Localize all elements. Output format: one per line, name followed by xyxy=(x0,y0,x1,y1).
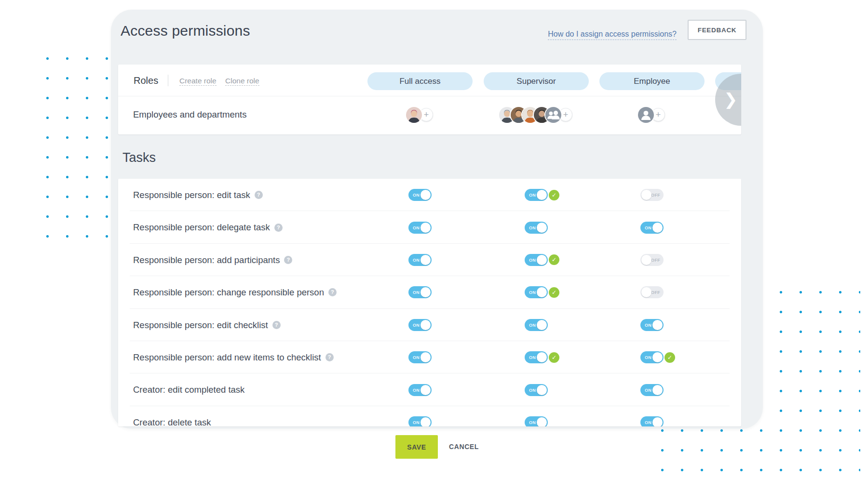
toggle-knob xyxy=(420,320,431,330)
toggle-supervisor[interactable]: ON xyxy=(525,286,548,298)
divider xyxy=(168,75,168,86)
toggle-employee[interactable]: ON xyxy=(640,351,664,363)
toggle-supervisor[interactable]: ON xyxy=(525,319,548,331)
toggle-knob xyxy=(641,190,651,200)
toggle-employee[interactable]: OFF xyxy=(640,254,664,266)
toggle-knob xyxy=(652,385,663,395)
toggle-supervisor[interactable]: ON xyxy=(525,222,548,234)
toggle-full-access[interactable]: ON xyxy=(408,254,432,266)
toggle-knob xyxy=(537,190,547,200)
toggle-state-label: ON xyxy=(413,416,420,426)
decor-dots-left xyxy=(38,49,117,246)
avatar-photo[interactable] xyxy=(406,107,422,123)
toggle-full-access[interactable]: ON xyxy=(408,286,432,298)
task-permission-label: Responsible person: edit task? xyxy=(133,179,263,211)
task-permission-label: Responsible person: add new items to che… xyxy=(133,341,334,373)
toggle-state-label: ON xyxy=(413,319,420,331)
toggle-knob xyxy=(537,223,547,233)
clone-role-link[interactable]: Clone role xyxy=(225,65,259,96)
create-role-link[interactable]: Create role xyxy=(179,65,217,96)
role-column-employee[interactable]: Employee xyxy=(599,72,705,90)
toggle-state-label: ON xyxy=(413,222,420,234)
toggle-supervisor[interactable]: ON xyxy=(525,351,548,363)
toggle-employee[interactable]: OFF xyxy=(640,286,664,298)
employees-row-label: Employees and departments xyxy=(133,96,247,134)
save-button[interactable]: SAVE xyxy=(395,435,438,459)
task-permission-label: Responsible person: change responsible p… xyxy=(133,276,337,308)
toggle-knob xyxy=(537,352,547,362)
toggle-state-label: ON xyxy=(645,384,651,396)
toggle-employee[interactable]: ON xyxy=(640,416,664,426)
tasks-section-heading: Tasks xyxy=(122,150,156,165)
role-column-full-access[interactable]: Full access xyxy=(367,72,473,90)
toggle-state-label: ON xyxy=(413,189,420,201)
task-permission-row: Creator: delete taskONONON xyxy=(118,406,741,426)
confirmed-check-icon: ✓ xyxy=(549,190,559,200)
task-permission-row: Responsible person: add new items to che… xyxy=(118,341,741,373)
help-icon[interactable]: ? xyxy=(284,256,292,264)
cancel-button[interactable]: CANCEL xyxy=(446,435,482,459)
toggle-knob xyxy=(652,320,663,330)
roles-panel: Roles Create role Clone role Full access… xyxy=(118,65,741,134)
confirmed-check-icon: ✓ xyxy=(549,254,559,265)
toggle-state-label: ON xyxy=(529,286,536,298)
toggle-knob xyxy=(537,255,547,265)
help-icon[interactable]: ? xyxy=(274,224,283,232)
toggle-knob xyxy=(652,417,663,426)
toggle-full-access[interactable]: ON xyxy=(408,351,432,363)
toggle-knob xyxy=(537,385,547,395)
confirmed-check-icon: ✓ xyxy=(549,287,559,298)
toggle-knob xyxy=(420,385,431,395)
help-icon[interactable]: ? xyxy=(328,288,337,296)
toggle-state-label: ON xyxy=(645,222,651,234)
help-icon[interactable]: ? xyxy=(255,191,263,199)
toggle-full-access[interactable]: ON xyxy=(408,416,432,426)
employees-and-departments-row: Employees and departments + + + xyxy=(118,96,741,134)
access-permissions-card: Access permissions How do I assign acces… xyxy=(111,10,763,429)
toggle-knob xyxy=(641,287,651,297)
task-permission-label: Responsible person: delegate task? xyxy=(133,211,283,243)
confirmed-check-icon: ✓ xyxy=(665,352,675,363)
toggle-state-label: OFF xyxy=(651,254,660,266)
toggle-employee[interactable]: OFF xyxy=(640,189,664,201)
toggle-employee[interactable]: ON xyxy=(640,222,664,234)
toggle-state-label: ON xyxy=(529,351,536,363)
toggle-supervisor[interactable]: ON xyxy=(525,416,548,426)
toggle-full-access[interactable]: ON xyxy=(408,189,432,201)
toggle-supervisor[interactable]: ON xyxy=(525,254,548,266)
toggle-full-access[interactable]: ON xyxy=(408,222,432,234)
task-permission-label: Responsible person: add participants? xyxy=(133,244,292,276)
task-permission-row: Creator: edit completed taskONONON xyxy=(118,373,741,406)
task-permission-row: Responsible person: change responsible p… xyxy=(118,276,741,308)
toggle-state-label: ON xyxy=(529,319,536,331)
toggle-state-label: OFF xyxy=(651,189,660,201)
avatar-placeholder-icon[interactable] xyxy=(545,107,561,123)
task-permission-label: Creator: delete task xyxy=(133,406,211,426)
toggle-knob xyxy=(420,223,431,233)
task-permission-row: Responsible person: edit task?ONON✓OFF xyxy=(118,179,741,211)
toggle-supervisor[interactable]: ON xyxy=(525,189,548,201)
toggle-employee[interactable]: ON xyxy=(640,319,664,331)
toggle-state-label: ON xyxy=(413,254,420,266)
toggle-full-access[interactable]: ON xyxy=(408,384,432,396)
avatar-placeholder-icon[interactable] xyxy=(638,107,654,123)
help-icon[interactable]: ? xyxy=(326,353,334,361)
toggle-knob xyxy=(537,417,547,426)
help-icon[interactable]: ? xyxy=(272,321,281,329)
toggle-knob xyxy=(652,352,663,362)
toggle-state-label: ON xyxy=(529,416,536,426)
toggle-knob xyxy=(641,255,651,265)
task-permission-row: Responsible person: add participants?ONO… xyxy=(118,244,741,276)
task-permission-row: Responsible person: delegate task?ONONON xyxy=(118,211,741,243)
toggle-employee[interactable]: ON xyxy=(640,384,664,396)
tasks-panel: Responsible person: edit task?ONON✓OFFRe… xyxy=(118,179,741,426)
task-permission-label: Creator: edit completed task xyxy=(133,373,244,406)
toggle-state-label: ON xyxy=(413,351,420,363)
help-link[interactable]: How do I assign access permissions? xyxy=(548,30,677,40)
toggle-supervisor[interactable]: ON xyxy=(525,384,548,396)
feedback-button[interactable]: FEEDBACK xyxy=(688,20,746,40)
toggle-full-access[interactable]: ON xyxy=(408,319,432,331)
toggle-state-label: OFF xyxy=(651,286,660,298)
role-column-supervisor[interactable]: Supervisor xyxy=(484,72,589,90)
toggle-state-label: ON xyxy=(529,222,536,234)
